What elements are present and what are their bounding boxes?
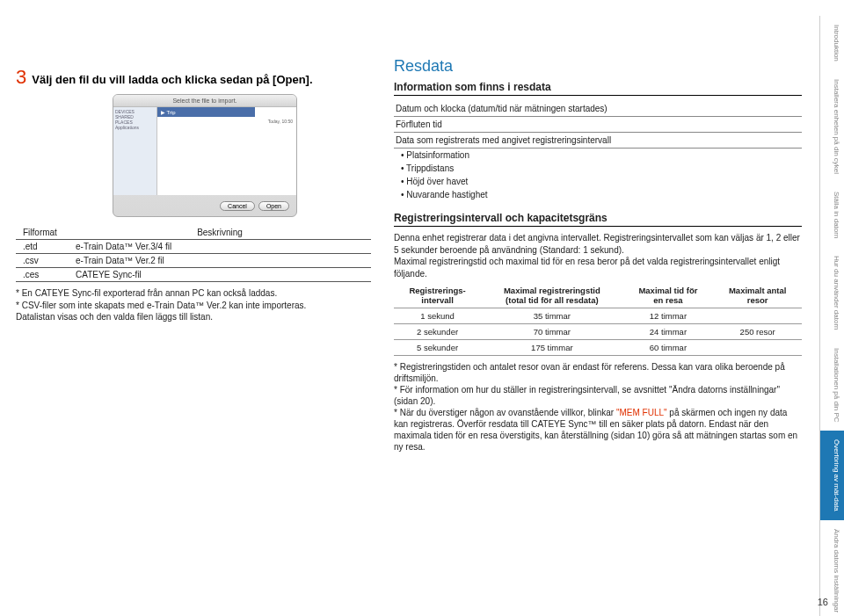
registration-table: Registrerings- intervall Maximal registr… (394, 283, 802, 356)
step-heading: 3 Välj den fil du vill ladda och klicka … (16, 66, 371, 89)
tab-stalla-in[interactable]: Ställa in datorn (819, 183, 844, 247)
note-line: * CSV-filer som inte skapats med e-Train… (16, 300, 371, 312)
table-row: 5 sekunder 175 timmar 60 timmar (394, 340, 802, 356)
table-row: .csv e-Train Data™ Ver.2 fil (16, 254, 371, 268)
tab-anvander[interactable]: Hur du använder datorn (819, 247, 844, 339)
file-format-table: Filformat Beskrivning .etd e-Train Data™… (16, 226, 371, 282)
step-number: 3 (16, 66, 26, 89)
footnote: * För information om hur du ställer in r… (394, 384, 802, 407)
col-header: Maximal registreringstid (total tid för … (481, 283, 622, 308)
col-header: Beskrivning (69, 226, 371, 240)
info-heading: Information som finns i resdata (394, 81, 802, 96)
info-bullet: • Platsinformation (394, 149, 802, 162)
tab-installera-cykel[interactable]: Installera enheten på din cykel (819, 70, 844, 183)
table-row: 2 sekunder 70 timmar 24 timmar 250 resor (394, 324, 802, 340)
cancel-button[interactable]: Cancel (220, 201, 255, 211)
footnote: * När du överstiger någon av ovanstående… (394, 407, 802, 453)
dialog-sidebar: DEVICES SHARED PLACES Applications (113, 107, 157, 195)
col-header: Maximalt antal resor (713, 283, 802, 308)
reg-heading: Registreringsintervall och kapacitetsgrä… (394, 212, 802, 227)
info-row: Förfluten tid (394, 117, 802, 133)
open-button[interactable]: Open (258, 201, 289, 211)
sidebar-label: Applications (115, 125, 155, 130)
info-bullet: • Trippdistans (394, 162, 802, 175)
file-dialog-screenshot: Select the file to import. DEVICES SHARE… (113, 94, 297, 217)
dialog-list: ▶ Trip Today, 10:50 (157, 107, 296, 195)
side-tabs: Introduktion Installera enheten på din c… (819, 16, 844, 616)
folder-row: ▶ Trip (157, 107, 255, 117)
tab-installation-pc[interactable]: Installationen på din PC (819, 339, 844, 431)
mem-full-warning: "MEM FULL" (616, 408, 667, 417)
note-line: * En CATEYE Sync-fil exporterad från ann… (16, 287, 371, 300)
info-row: Datum och klocka (datum/tid när mätninge… (394, 101, 802, 117)
info-bullet: • Höjd över havet (394, 175, 802, 188)
info-bullet: • Nuvarande hastighet (394, 188, 802, 201)
file-notes: * En CATEYE Sync-fil exporterad från ann… (16, 287, 371, 323)
col-header: Maximal tid för en resa (623, 283, 714, 308)
section-title: Resdata (394, 57, 802, 76)
page-number: 16 (818, 597, 828, 607)
reg-intro: Denna enhet registrerar data i det angiv… (394, 232, 802, 279)
footnotes: * Registreringstiden och antalet resor o… (394, 361, 802, 453)
tab-overforing[interactable]: Överföring av mät-data (819, 431, 844, 520)
tab-introduktion[interactable]: Introduktion (819, 16, 844, 70)
info-list: Datum och klocka (datum/tid när mätninge… (394, 101, 802, 201)
step-text: Välj den fil du vill ladda och klicka se… (32, 73, 312, 86)
table-row: .etd e-Train Data™ Ver.3/4 fil (16, 240, 371, 254)
dialog-title: Select the file to import. (113, 95, 296, 107)
table-row: 1 sekund 35 timmar 12 timmar (394, 308, 802, 324)
timestamp: Today, 10:50 (157, 117, 296, 126)
info-row: Data som registrerats med angivet regist… (394, 133, 802, 149)
col-header: Filformat (16, 226, 69, 240)
table-row: .ces CATEYE Sync-fil (16, 268, 371, 282)
col-header: Registrerings- intervall (394, 283, 481, 308)
note-line: Datalistan visas och den valda filen läg… (16, 311, 371, 323)
footnote: * Registreringstiden och antalet resor o… (394, 361, 802, 384)
